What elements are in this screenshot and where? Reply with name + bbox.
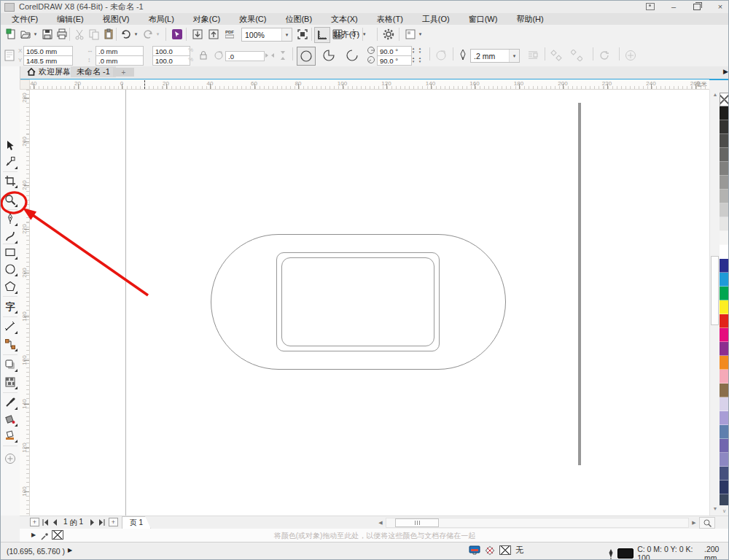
previous-page-button[interactable] bbox=[52, 518, 58, 527]
palette-swatch[interactable] bbox=[720, 453, 729, 467]
scale-x-field[interactable]: 100.0 bbox=[152, 46, 190, 56]
rectangle-tool[interactable] bbox=[2, 244, 18, 260]
ellipse-mode-button[interactable] bbox=[297, 47, 316, 66]
end-angle-field[interactable]: 90.0 ° bbox=[377, 55, 412, 66]
copy-button[interactable] bbox=[87, 27, 101, 42]
vertical-ruler[interactable]: 280260240220200180160140120100 bbox=[20, 90, 30, 516]
horizontal-scrollbar[interactable] bbox=[386, 518, 689, 528]
menu-item-工具[interactable]: 工具(O) bbox=[413, 13, 459, 25]
horizontal-scroll-thumb[interactable] bbox=[395, 518, 439, 527]
print-button[interactable] bbox=[55, 27, 69, 42]
new-tab-button[interactable]: + bbox=[113, 68, 134, 77]
start-angle-spinner[interactable]: ▴▾ bbox=[410, 46, 416, 55]
palette-swatch[interactable] bbox=[720, 120, 729, 134]
palette-swatch[interactable] bbox=[720, 342, 729, 356]
end-angle-spinner2[interactable]: ▴▾ bbox=[417, 55, 423, 64]
palette-scroll-down-icon[interactable]: ∨ bbox=[720, 507, 729, 516]
arc-mode-button[interactable] bbox=[343, 47, 361, 64]
palette-swatch[interactable] bbox=[720, 370, 729, 384]
start-angle-field[interactable]: 90.0 ° bbox=[377, 46, 412, 56]
ruler-origin-corner[interactable] bbox=[20, 79, 30, 90]
zoom-tool[interactable] bbox=[2, 192, 18, 208]
palette-swatch[interactable] bbox=[720, 411, 729, 425]
palette-swatch[interactable] bbox=[720, 300, 729, 314]
menu-item-表格[interactable]: 表格(T) bbox=[367, 13, 413, 25]
menu-item-窗口[interactable]: 窗口(W) bbox=[459, 13, 507, 25]
palette-swatch[interactable] bbox=[720, 106, 729, 120]
paste-button[interactable] bbox=[101, 27, 116, 42]
scale-y-field[interactable]: 100.0 bbox=[152, 55, 190, 66]
pick-tool[interactable] bbox=[2, 138, 18, 154]
save-button[interactable] bbox=[40, 27, 55, 42]
y-position-field[interactable]: 148.5 mm bbox=[23, 55, 73, 66]
hscroll-left-icon[interactable]: ◀ bbox=[375, 518, 386, 528]
palette-swatch[interactable] bbox=[720, 384, 729, 397]
import-button[interactable] bbox=[190, 27, 205, 42]
text-tool[interactable]: 字 bbox=[2, 298, 18, 314]
palette-swatch[interactable] bbox=[720, 314, 729, 328]
transparency-tool[interactable] bbox=[2, 374, 18, 390]
ellipse-tool[interactable] bbox=[2, 261, 18, 277]
palette-swatch[interactable] bbox=[720, 148, 729, 162]
smart-fill-tool[interactable] bbox=[2, 427, 18, 443]
rotation-angle-field[interactable]: .0 bbox=[225, 51, 265, 61]
shape-tool[interactable] bbox=[2, 154, 18, 170]
menu-item-帮助[interactable]: 帮助(H) bbox=[507, 13, 553, 25]
scroll-down-icon[interactable]: ▼ bbox=[710, 504, 720, 513]
palette-swatch[interactable] bbox=[720, 190, 729, 203]
palette-swatch[interactable] bbox=[720, 203, 729, 217]
palette-swatch[interactable] bbox=[720, 245, 729, 259]
menu-item-对象[interactable]: 对象(C) bbox=[184, 13, 230, 25]
horizontal-ruler[interactable]: 毫米 4020020406080100120140160180200220240… bbox=[30, 79, 709, 90]
menu-item-效果[interactable]: 效果(C) bbox=[230, 13, 276, 25]
minimize-button[interactable]: – bbox=[667, 1, 680, 12]
page-1-tab[interactable]: 页 1 bbox=[122, 516, 151, 529]
start-angle-spinner2[interactable]: ▴▾ bbox=[417, 46, 423, 55]
interactive-fill-tool[interactable] bbox=[2, 411, 18, 427]
user-account-icon[interactable] bbox=[644, 1, 657, 12]
tab-document-untitled[interactable]: 未命名 -1 bbox=[71, 66, 116, 77]
application-launcher-button[interactable] bbox=[403, 27, 418, 42]
palette-swatch[interactable] bbox=[720, 273, 729, 287]
outline-width-dropdown[interactable]: ▾ bbox=[509, 50, 519, 62]
menu-item-文本[interactable]: 文本(X) bbox=[321, 13, 367, 25]
drawing-canvas[interactable] bbox=[30, 90, 709, 516]
publish-pdf-button[interactable]: PDF bbox=[222, 27, 237, 42]
next-page-button[interactable] bbox=[90, 518, 95, 527]
mirror-horizontal-icon[interactable] bbox=[265, 50, 275, 61]
close-button[interactable]: × bbox=[714, 1, 727, 12]
parallel-dimension-tool[interactable] bbox=[2, 319, 18, 335]
tab-scroll-right-icon[interactable]: ▶ bbox=[723, 68, 728, 75]
add-page-before-button[interactable]: + bbox=[30, 518, 39, 526]
menu-item-位图[interactable]: 位图(B) bbox=[276, 13, 321, 25]
mirror-vertical-icon[interactable] bbox=[278, 50, 288, 61]
outline-width-combo[interactable]: .2 mm ▾ bbox=[470, 49, 520, 63]
new-document-button[interactable] bbox=[4, 27, 18, 42]
add-page-after-button[interactable]: + bbox=[109, 518, 118, 526]
show-rulers-button[interactable] bbox=[314, 27, 330, 43]
connector-tool[interactable] bbox=[2, 336, 18, 352]
artistic-media-tool[interactable] bbox=[2, 228, 18, 244]
palette-swatch[interactable] bbox=[720, 439, 729, 453]
fullscreen-preview-button[interactable] bbox=[295, 27, 310, 42]
palette-swatch[interactable] bbox=[720, 328, 729, 342]
undo-dropdown[interactable]: ▾ bbox=[132, 27, 140, 42]
object-height-field[interactable]: .0 mm bbox=[95, 55, 144, 66]
last-page-button[interactable] bbox=[98, 518, 106, 527]
zoom-level-combo[interactable]: 100% ▾ bbox=[241, 28, 292, 42]
unlink-group-icon[interactable] bbox=[571, 50, 582, 61]
change-direction-icon[interactable] bbox=[435, 50, 447, 61]
palette-swatch[interactable] bbox=[720, 217, 729, 231]
zoom-level-dropdown[interactable]: ▾ bbox=[281, 28, 292, 41]
options-gear-icon[interactable] bbox=[381, 27, 396, 42]
pie-mode-button[interactable] bbox=[320, 47, 338, 64]
restore-button[interactable] bbox=[690, 1, 703, 12]
hscroll-right-icon[interactable]: ▶ bbox=[689, 518, 699, 528]
palette-swatch[interactable] bbox=[720, 259, 729, 273]
undo-button[interactable] bbox=[119, 27, 133, 42]
redo-button[interactable] bbox=[141, 27, 155, 42]
palette-swatch[interactable] bbox=[720, 481, 729, 494]
object-width-field[interactable]: .0 mm bbox=[95, 46, 144, 56]
open-button[interactable] bbox=[18, 27, 33, 42]
polygon-tool[interactable] bbox=[2, 279, 18, 295]
